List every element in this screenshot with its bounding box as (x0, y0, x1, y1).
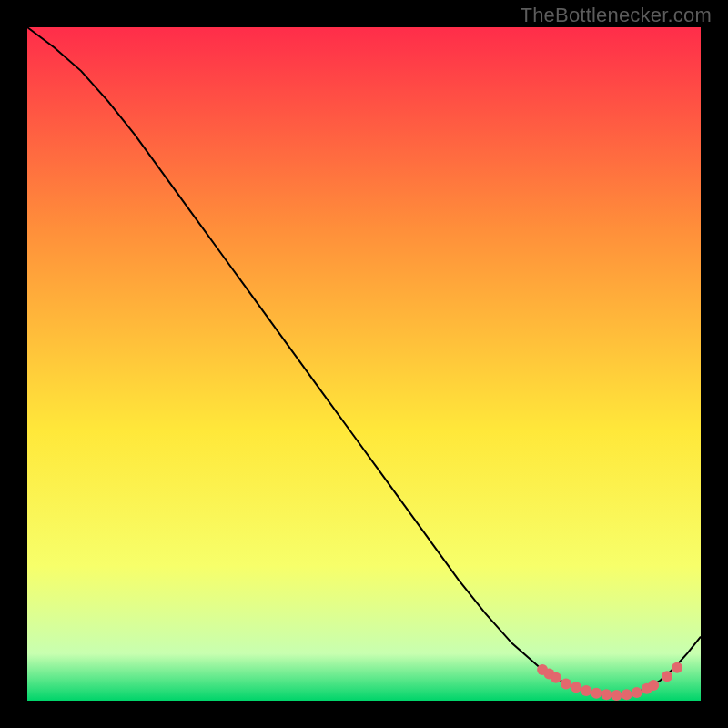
marker-group (537, 662, 682, 701)
marker-point (561, 679, 571, 690)
watermark-text: TheBottlenecker.com (521, 4, 712, 27)
marker-point (672, 662, 682, 673)
plot-area (27, 27, 701, 701)
marker-point (601, 689, 612, 700)
marker-point (662, 671, 672, 682)
marker-point (648, 680, 659, 691)
marker-point (612, 690, 622, 701)
chart-svg (27, 27, 701, 701)
marker-point (622, 689, 632, 700)
marker-point (581, 685, 592, 696)
marker-point (591, 688, 602, 699)
marker-point (571, 682, 581, 693)
marker-point (632, 687, 642, 698)
bottleneck-curve (27, 27, 701, 695)
stage: TheBottlenecker.com (0, 0, 728, 728)
marker-point (551, 672, 561, 683)
